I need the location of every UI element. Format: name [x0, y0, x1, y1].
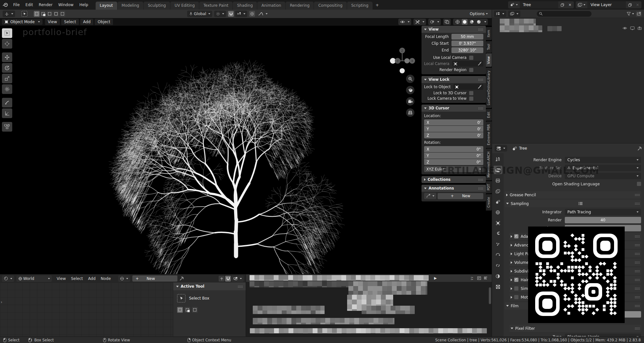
xray-toggle[interactable] [443, 19, 451, 25]
new-view-layer-icon[interactable] [626, 1, 634, 8]
object-visibility-dropdown[interactable] [398, 19, 411, 25]
sidebar-tab-tool[interactable]: Tool [486, 41, 492, 53]
sidebar-tab-create[interactable]: Create [486, 194, 492, 210]
view-layer-name[interactable]: View Layer [587, 3, 626, 7]
select-mode-invert[interactable] [53, 11, 59, 17]
sidebar-toggle-arrow[interactable]: › [1, 300, 2, 304]
shader-menu-view[interactable]: View [54, 275, 68, 282]
new-collection-icon[interactable] [636, 11, 642, 17]
panel-collections-header[interactable]: Collections [421, 176, 486, 183]
workspace-tab-modeling[interactable]: Modeling [118, 2, 144, 10]
workspace-tab-shading[interactable]: Shading [233, 2, 257, 10]
view-layer-icon[interactable] [576, 1, 587, 8]
shading-wireframe-icon[interactable] [455, 19, 460, 25]
navigation-gizmo[interactable]: Z Y X [388, 46, 421, 76]
section-checkbox[interactable] [514, 278, 518, 282]
shading-material-icon[interactable] [469, 19, 475, 25]
viewport-menu-view[interactable]: View [45, 19, 60, 25]
integrator-dropdown[interactable]: Path Tracing [565, 209, 641, 215]
use-local-camera-checkbox[interactable] [469, 56, 473, 60]
snap-toggle[interactable] [228, 11, 234, 17]
tab-constraints[interactable] [493, 261, 502, 270]
menu-file[interactable]: File [10, 1, 23, 8]
hide-viewport-eye-icon[interactable] [622, 26, 627, 30]
shader-menu-select[interactable]: Select [68, 275, 85, 282]
tab-object-data[interactable] [493, 272, 502, 280]
select-box-tool-icon[interactable] [177, 294, 185, 302]
workspace-tab-compositing[interactable]: Compositing [314, 2, 346, 10]
sidebar-tab-item[interactable]: Item [486, 27, 492, 40]
sidebar-tab-view[interactable]: View [486, 53, 492, 67]
parent-node-icon[interactable] [219, 276, 224, 282]
shader-node-canvas[interactable] [0, 283, 173, 337]
disable-viewport-monitor-icon[interactable] [630, 26, 635, 30]
presets-icon[interactable] [578, 202, 583, 205]
menu-render[interactable]: Render [36, 1, 55, 8]
shading-solid-icon[interactable] [462, 19, 468, 25]
device-dropdown[interactable]: GPU Compute [565, 173, 641, 179]
viewport-menu-add[interactable]: Add [80, 19, 93, 25]
active-tool-panel-header[interactable]: Active Tool [173, 283, 246, 290]
workspace-tab-rendering[interactable]: Rendering [286, 2, 314, 10]
viewport-3d[interactable]: Object Mode ViewSelectAddObject [0, 18, 492, 274]
shader-type-dropdown[interactable]: World [16, 275, 52, 282]
viewport-menu-select[interactable]: Select [61, 19, 79, 25]
tool-transform[interactable] [2, 84, 12, 94]
sidebar-tab-extreme-pbr[interactable]: Extreme PBR [486, 121, 492, 148]
panel-view-header[interactable]: View [421, 26, 486, 33]
annotation-datablock-icon[interactable] [424, 193, 436, 199]
world-datablock-icon[interactable] [118, 275, 130, 282]
proportional-falloff-dropdown[interactable] [256, 11, 270, 17]
syntax-highlight-icon[interactable] [483, 275, 488, 281]
tab-view-layer[interactable] [493, 187, 502, 195]
clip-end-field[interactable]: 3280' 10" [451, 47, 483, 53]
line-numbers-icon[interactable]: 1≡2≡ [470, 275, 476, 281]
lock-3d-cursor-checkbox[interactable] [469, 91, 473, 95]
cursor-loc-x[interactable]: X0' [424, 119, 483, 125]
add-workspace-button[interactable]: + [373, 1, 382, 9]
tab-particles[interactable] [493, 240, 502, 248]
section-checkbox[interactable] [514, 234, 518, 238]
section-checkbox[interactable] [514, 286, 518, 291]
select-mode-subtract[interactable] [47, 11, 52, 17]
options-button[interactable]: Options [469, 12, 489, 16]
editor-type-button[interactable] [3, 11, 15, 17]
tab-modifiers[interactable] [493, 229, 502, 238]
transform-orientation-dropdown[interactable]: Global [187, 11, 212, 17]
properties-editor-type-button[interactable] [495, 145, 507, 152]
overlays-dropdown[interactable] [428, 19, 441, 25]
sidebar-tab-pdt[interactable]: PDT [486, 181, 492, 193]
lock-to-object-field[interactable] [453, 84, 483, 90]
new-world-button[interactable]: +New [132, 275, 177, 282]
select-set-icon[interactable] [177, 307, 183, 313]
shading-rendered-icon[interactable] [476, 19, 482, 25]
pan-button[interactable] [406, 86, 414, 94]
word-wrap-icon[interactable] [476, 275, 482, 281]
lock-camera-checkbox[interactable] [469, 97, 473, 101]
sidebar-tab-edit[interactable]: Edit [486, 109, 492, 121]
tab-output[interactable] [493, 176, 502, 185]
run-script-button[interactable]: ▶ [434, 276, 437, 280]
menu-help[interactable]: Help [76, 1, 91, 8]
select-subtract-icon[interactable] [192, 307, 198, 313]
clip-start-field[interactable]: 0' 3.937" [451, 41, 483, 46]
osl-checkbox[interactable] [637, 182, 641, 186]
cursor-rot-x[interactable]: X0° [424, 146, 483, 152]
select-mode-intersect[interactable] [60, 11, 65, 17]
cursor-loc-z[interactable]: Z0' [424, 132, 483, 138]
scene-selector[interactable]: Tree × [508, 1, 574, 8]
section-sampling[interactable]: Sampling [505, 200, 641, 207]
editor-type-button[interactable] [2, 275, 14, 282]
tool-scale[interactable] [2, 74, 12, 83]
local-camera-field[interactable] [452, 61, 483, 67]
tool-move[interactable] [2, 52, 12, 62]
tool-cad-transform[interactable]: CAD [2, 122, 12, 132]
pivot-point-dropdown[interactable] [214, 11, 226, 17]
section-pixel-filter[interactable]: Pixel Filter [509, 325, 641, 332]
workspace-tab-texture-paint[interactable]: Texture Paint [199, 2, 232, 10]
tool-annotate[interactable] [2, 98, 12, 107]
tab-scene[interactable] [493, 198, 502, 206]
workspace-tab-sculpting[interactable]: Sculpting [144, 2, 170, 10]
panel-3d-cursor-header[interactable]: 3D Cursor [421, 105, 486, 112]
scene-name[interactable]: Tree [520, 3, 558, 7]
